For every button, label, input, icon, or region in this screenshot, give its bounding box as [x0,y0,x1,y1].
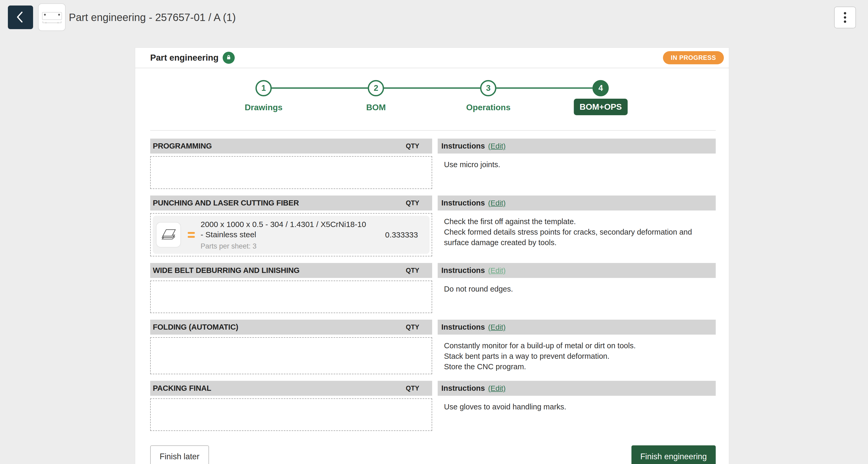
drag-handle-icon[interactable] [188,231,195,239]
section-programming: PROGRAMMING QTY Instructions (Edit) Use … [150,139,716,189]
step-number: 3 [480,80,496,96]
card-title: Part engineering [150,53,218,63]
instruction-line: Do not round edges. [444,284,713,294]
operation-name: PACKING FINAL [153,384,211,393]
instructions-header: Instructions (Edit) [438,139,716,154]
instructions-text: Use micro joints. [438,154,716,170]
material-subtitle: Parts per sheet: 3 [200,242,369,251]
step-drawings[interactable]: 1 Drawings [245,80,282,112]
qty-column-header: QTY [406,142,419,150]
step-label: Operations [466,103,511,112]
section-left-column: PROGRAMMING QTY [150,139,432,189]
bom-dropzone: 2000 x 1000 x 0.5 - 304 / 1.4301 / X5CrN… [150,213,432,256]
step-label: BOM [366,103,386,112]
instruction-line: Stack bent parts in a way to prevent def… [444,351,713,361]
page-title: Part engineering - 257657-01 / A (1) [69,0,236,35]
instructions-label: Instructions [441,323,485,331]
sheet-metal-icon [160,226,177,243]
stepper-connector-line [264,88,601,89]
section-header: PROGRAMMING QTY [150,139,432,154]
material-qty-value: 0.333333 [385,230,418,239]
more-options-button[interactable] [834,6,856,28]
step-bom-ops-active[interactable]: 4 BOM+OPS [574,80,628,115]
section-left-column: PACKING FINAL QTY [150,381,432,431]
instructions-text: Constantly monitor for a build-up of met… [438,335,716,372]
bom-dropzone [150,398,432,431]
back-button[interactable] [8,5,33,29]
operation-name: PROGRAMMING [153,142,212,151]
instructions-label: Instructions [441,384,485,393]
section-left-column: FOLDING (AUTOMATIC) QTY [150,320,432,374]
instructions-text: Use gloves to avoid handling marks. [438,396,716,412]
bom-dropzone [150,156,432,189]
bom-dropzone [150,337,432,374]
section-header: WIDE BELT DEBURRING AND LINISHING QTY [150,263,432,278]
stepper: 1 Drawings 2 BOM 3 Operations 4 BOM+OPS [150,68,716,131]
lock-button[interactable] [223,52,235,64]
instructions-label: Instructions [441,142,485,151]
section-punching-laser-cutting: PUNCHING AND LASER CUTTING FIBER QTY [150,196,716,256]
instructions-header: Instructions (Edit) [438,320,716,335]
edit-instructions-link[interactable]: (Edit) [488,384,506,393]
edit-instructions-link[interactable]: (Edit) [488,199,506,207]
finish-engineering-button[interactable]: Finish engineering [631,445,716,464]
section-left-column: WIDE BELT DEBURRING AND LINISHING QTY [150,263,432,313]
instruction-line: Check formed details stress points for c… [444,227,713,248]
instruction-line: Check the first off against the template… [444,216,713,227]
edit-instructions-link[interactable]: (Edit) [488,142,506,151]
lock-icon [225,54,232,62]
operation-name: FOLDING (AUTOMATIC) [153,323,238,331]
instruction-line: Constantly monitor for a build-up of met… [444,340,713,351]
operation-name: WIDE BELT DEBURRING AND LINISHING [153,266,300,275]
svg-text:8: 8 [45,22,46,24]
section-header: PUNCHING AND LASER CUTTING FIBER QTY [150,196,432,210]
material-title: 2000 x 1000 x 0.5 - 304 / 1.4301 / X5CrN… [200,219,369,240]
finish-later-button[interactable]: Finish later [150,445,209,464]
edit-instructions-link[interactable]: (Edit) [488,266,506,275]
section-right-column: Instructions (Edit) Constantly monitor f… [438,320,716,374]
section-header: FOLDING (AUTOMATIC) QTY [150,320,432,335]
status-badge: IN PROGRESS [663,51,724,64]
step-operations[interactable]: 3 Operations [466,80,511,112]
chevron-left-icon [15,10,26,25]
instruction-line: Use micro joints. [444,159,713,170]
instructions-label: Instructions [441,266,485,275]
material-tile [156,222,181,247]
edit-instructions-link[interactable]: (Edit) [488,323,506,331]
instructions-text: Check the first off against the template… [438,210,716,248]
part-thumbnail[interactable]: 8 8 [38,3,66,31]
svg-text:8: 8 [58,22,59,24]
section-right-column: Instructions (Edit) Use micro joints. [438,139,716,189]
instruction-line: Use gloves to avoid handling marks. [444,401,713,412]
material-info: 2000 x 1000 x 0.5 - 304 / 1.4301 / X5CrN… [200,219,369,251]
instructions-text: Do not round edges. [438,278,716,294]
qty-column-header: QTY [406,385,419,392]
operation-name: PUNCHING AND LASER CUTTING FIBER [153,199,299,207]
qty-column-header: QTY [406,267,419,274]
section-right-column: Instructions (Edit) Use gloves to avoid … [438,381,716,431]
card-footer: Finish later Finish engineering [150,445,716,464]
step-number: 4 [593,80,609,96]
qty-column-header: QTY [406,199,419,207]
card-header: Part engineering IN PROGRESS [135,48,729,68]
operations-list: PROGRAMMING QTY Instructions (Edit) Use … [150,139,716,431]
section-packing-final: PACKING FINAL QTY Instructions (Edit) Us… [150,381,716,431]
qty-column-header: QTY [406,323,419,331]
step-label: Drawings [245,103,282,112]
instructions-header: Instructions (Edit) [438,381,716,396]
material-row[interactable]: 2000 x 1000 x 0.5 - 304 / 1.4301 / X5CrN… [153,216,430,254]
section-right-column: Instructions (Edit) Do not round edges. [438,263,716,313]
section-header: PACKING FINAL QTY [150,381,432,396]
step-label-active: BOM+OPS [574,99,628,115]
section-left-column: PUNCHING AND LASER CUTTING FIBER QTY [150,196,432,256]
part-engineering-card: Part engineering IN PROGRESS 1 Drawings … [135,47,729,464]
part-drawing-thumbnail-icon: 8 8 [40,5,64,30]
section-right-column: Instructions (Edit) Check the first off … [438,196,716,256]
instruction-line: Store the CNC program. [444,361,713,372]
kebab-menu-icon [844,11,846,24]
step-bom[interactable]: 2 BOM [366,80,386,112]
section-folding-automatic: FOLDING (AUTOMATIC) QTY Instructions (Ed… [150,320,716,374]
bom-dropzone [150,280,432,313]
instructions-header: Instructions (Edit) [438,196,716,210]
step-number: 2 [368,80,384,96]
